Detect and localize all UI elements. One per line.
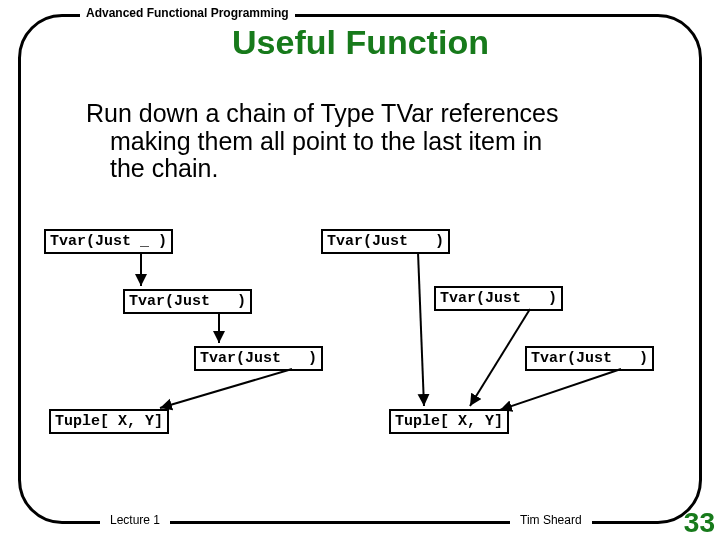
slide-frame [18, 14, 702, 524]
node-right-1: Tvar(Just ) [321, 229, 450, 254]
node-right-3: Tvar(Just ) [525, 346, 654, 371]
node-left-1: Tvar(Just _ ) [44, 229, 173, 254]
slide-body: Run down a chain of Type TVar references… [86, 100, 646, 183]
node-left-3: Tvar(Just ) [194, 346, 323, 371]
body-line-2: making them all point to the last item i… [86, 128, 646, 156]
body-line-1: Run down a chain of Type TVar references [86, 100, 646, 128]
node-right-2: Tvar(Just ) [434, 286, 563, 311]
footer-author: Tim Sheard [510, 513, 592, 527]
node-right-tuple: Tuple[ X, Y] [389, 409, 509, 434]
node-left-tuple: Tuple[ X, Y] [49, 409, 169, 434]
body-line-3: the chain. [86, 155, 646, 183]
page-number: 33 [684, 507, 715, 539]
header-course: Advanced Functional Programming [80, 6, 295, 20]
slide-title: Useful Function [0, 23, 721, 62]
node-left-2: Tvar(Just ) [123, 289, 252, 314]
footer-lecture: Lecture 1 [100, 513, 170, 527]
